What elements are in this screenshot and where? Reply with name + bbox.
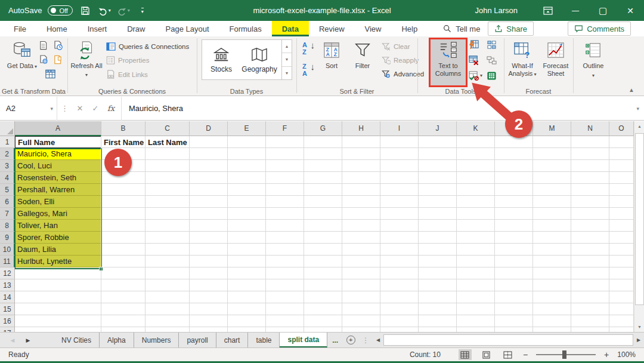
from-table-range-icon[interactable] xyxy=(45,69,55,79)
row-header-8[interactable]: 8 xyxy=(0,220,15,232)
tab-help[interactable]: Help xyxy=(391,21,428,36)
cell-A3[interactable]: Cool, Luci xyxy=(15,160,101,172)
formula-input[interactable]: Mauricio, Shera xyxy=(124,104,183,113)
row-header-10[interactable]: 10 xyxy=(0,244,15,256)
sheet-tab-alpha[interactable]: Alpha xyxy=(100,333,134,347)
sheet-tab-numbers[interactable]: Numbers xyxy=(134,333,179,347)
row-header-13[interactable]: 13 xyxy=(0,279,15,291)
formula-bar-expand-icon[interactable]: ▾ xyxy=(636,106,639,112)
scroll-up-icon[interactable]: ▲ xyxy=(634,121,644,131)
save-icon[interactable] xyxy=(79,4,92,18)
gallery-up-icon[interactable]: ▲ xyxy=(282,40,292,53)
tab-view[interactable]: View xyxy=(355,21,392,36)
sort-button[interactable]: ZAAZ Sort xyxy=(317,38,346,86)
column-header-H[interactable]: H xyxy=(342,121,380,136)
flash-fill-icon[interactable] xyxy=(469,39,479,50)
sheet-tab-nv-cities[interactable]: NV Cities xyxy=(54,333,100,347)
sheet-tab-payroll[interactable]: payroll xyxy=(179,333,216,347)
cell-A10[interactable]: Daum, Lilia xyxy=(15,244,101,256)
sheet-tab-table[interactable]: table xyxy=(248,333,280,347)
sort-ascending-icon[interactable]: AZ↓ xyxy=(302,41,315,57)
status-count[interactable]: Count: 10 xyxy=(410,350,441,359)
tab-formulas[interactable]: Formulas xyxy=(219,21,272,36)
row-header-4[interactable]: 4 xyxy=(0,172,15,184)
cell-A6[interactable]: Soden, Elli xyxy=(15,196,101,208)
column-header-J[interactable]: J xyxy=(419,121,457,136)
recent-sources-icon[interactable] xyxy=(52,40,63,50)
row-header-11[interactable]: 11 xyxy=(0,256,15,267)
user-name[interactable]: John Larson xyxy=(475,6,518,15)
cell-A1[interactable]: Full Name xyxy=(15,136,101,148)
customize-quick-access-toolbar-icon[interactable]: ▾ xyxy=(136,4,149,18)
tab-review[interactable]: Review xyxy=(309,21,355,36)
column-header-N[interactable]: N xyxy=(571,121,609,136)
tab-home[interactable]: Home xyxy=(36,21,78,36)
cell-A4[interactable]: Rosenstein, Seth xyxy=(15,172,101,184)
column-header-K[interactable]: K xyxy=(457,121,495,136)
row-header-17[interactable]: 17 xyxy=(0,327,15,332)
zoom-level[interactable]: 100% xyxy=(617,350,636,359)
name-box-caret-icon[interactable]: ▾ xyxy=(50,106,53,112)
from-text-csv-icon[interactable] xyxy=(38,40,48,50)
minimize-button[interactable] xyxy=(562,0,589,21)
filter-button[interactable]: Filter xyxy=(348,38,377,86)
get-data-button[interactable]: Get Data xyxy=(5,38,39,86)
close-button[interactable] xyxy=(617,0,644,21)
row-header-6[interactable]: 6 xyxy=(0,196,15,208)
column-header-O[interactable]: O xyxy=(609,121,634,136)
row-header-9[interactable]: 9 xyxy=(0,232,15,244)
column-header-B[interactable]: B xyxy=(101,121,145,136)
remove-duplicates-icon[interactable] xyxy=(469,55,479,65)
geography-data-type[interactable]: Geography xyxy=(240,40,278,79)
insert-function-icon[interactable]: fx xyxy=(103,104,119,113)
row-header-2[interactable]: 2 xyxy=(0,148,15,160)
page-layout-view-icon[interactable] xyxy=(480,349,493,360)
autosave-toggle[interactable]: Off xyxy=(48,5,72,16)
page-break-preview-icon[interactable] xyxy=(501,349,515,360)
row-header-15[interactable]: 15 xyxy=(0,303,15,315)
refresh-all-button[interactable]: Refresh All xyxy=(69,38,104,86)
tell-me-box[interactable]: Tell me xyxy=(443,24,480,33)
data-validation-caret-icon[interactable]: ▾ xyxy=(480,73,482,78)
zoom-out-icon[interactable]: − xyxy=(523,350,528,359)
relationships-icon[interactable] xyxy=(487,55,497,65)
horizontal-scroll-thumb[interactable] xyxy=(383,334,633,346)
scroll-down-icon[interactable]: ▼ xyxy=(634,322,644,332)
name-box[interactable]: A2 ▾ xyxy=(0,97,57,121)
column-header-D[interactable]: D xyxy=(190,121,228,136)
gallery-more-icon[interactable]: ▼ xyxy=(282,67,292,79)
row-header-3[interactable]: 3 xyxy=(0,160,15,172)
column-header-F[interactable]: F xyxy=(266,121,304,136)
row-header-1[interactable]: 1 xyxy=(0,136,15,148)
share-button[interactable]: Share xyxy=(488,21,534,36)
undo-button[interactable]: ▾ xyxy=(98,4,111,18)
manage-data-model-icon[interactable] xyxy=(487,70,497,81)
sheet-tab-chart[interactable]: chart xyxy=(216,333,249,347)
consolidate-icon[interactable] xyxy=(487,39,497,50)
sort-descending-icon[interactable]: ZA↓ xyxy=(302,63,315,78)
tab-insert[interactable]: Insert xyxy=(78,21,117,36)
sheet-nav-next-icon[interactable]: ▶ xyxy=(20,333,36,347)
outline-button[interactable]: Outline ▾ xyxy=(576,38,611,86)
column-header-G[interactable]: G xyxy=(304,121,342,136)
cell-A9[interactable]: Sporer, Robbie xyxy=(15,232,101,244)
cell-C1[interactable]: Last Name xyxy=(145,136,190,148)
vertical-scrollbar[interactable]: ▲ ▼ xyxy=(634,121,644,332)
zoom-slider-thumb[interactable] xyxy=(562,350,566,359)
tab-data[interactable]: Data xyxy=(272,21,309,36)
gallery-scrollbar[interactable]: ▲ ▼ ▼ xyxy=(281,40,292,79)
ribbon-display-options-icon[interactable] xyxy=(534,0,562,21)
cell-A2[interactable]: Mauricio, Shera xyxy=(15,148,101,160)
zoom-slider[interactable] xyxy=(536,354,596,355)
hscroll-left-icon[interactable]: ◀ xyxy=(373,333,383,347)
cell-A7[interactable]: Gallegos, Mari xyxy=(15,208,101,220)
comments-button[interactable]: Comments xyxy=(568,21,631,36)
stocks-data-type[interactable]: Stocks xyxy=(202,40,240,79)
queries-connections-button[interactable]: Queries & Connections xyxy=(106,42,189,51)
hscroll-right-icon[interactable]: ▶ xyxy=(633,333,644,347)
cell-A5[interactable]: Pershall, Warren xyxy=(15,184,101,196)
forecast-sheet-button[interactable]: Forecast Sheet xyxy=(540,38,572,86)
gallery-down-icon[interactable]: ▼ xyxy=(282,53,292,66)
tab-page-layout[interactable]: Page Layout xyxy=(156,21,219,36)
select-all-corner[interactable] xyxy=(0,121,15,136)
